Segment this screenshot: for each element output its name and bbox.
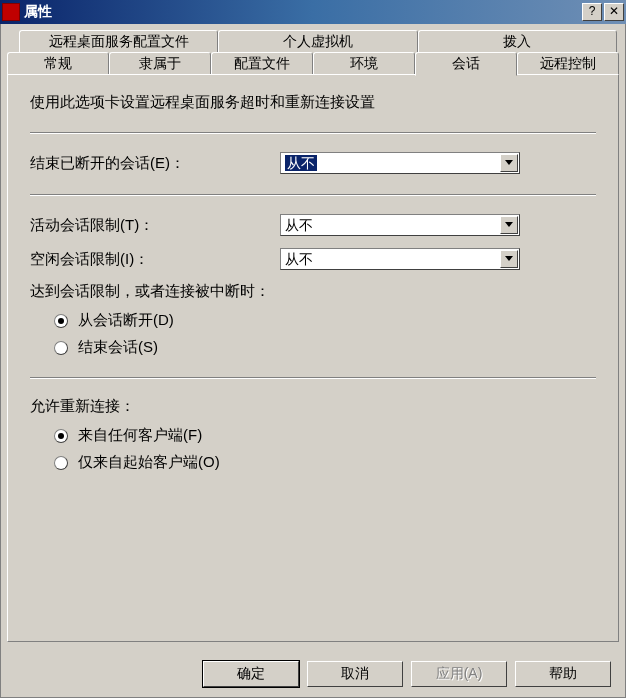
titlebar: 属性 ? ✕ [0, 0, 626, 24]
radio-any-client-label: 来自任何客户端(F) [78, 426, 202, 445]
radio-orig-client-label: 仅来自起始客户端(O) [78, 453, 220, 472]
tab-dial-in[interactable]: 拨入 [418, 30, 617, 53]
radio-disconnect-label: 从会话断开(D) [78, 311, 174, 330]
active-limit-dropdown[interactable]: 从不 [280, 214, 520, 236]
active-limit-label: 活动会话限制(T)： [30, 216, 280, 235]
tab-member-of[interactable]: 隶属于 [109, 52, 211, 75]
radio-disconnect[interactable] [54, 314, 68, 328]
dropdown-value: 从不 [285, 155, 317, 171]
close-button[interactable]: ✕ [604, 3, 624, 21]
tab-personal-vm[interactable]: 个人虚拟机 [218, 30, 417, 53]
svg-marker-0 [505, 160, 513, 165]
tab-profile[interactable]: 配置文件 [211, 52, 313, 75]
end-disconnected-dropdown[interactable]: 从不 [280, 152, 520, 174]
reconnect-label: 允许重新连接： [30, 397, 596, 416]
tab-remote-control[interactable]: 远程控制 [517, 52, 619, 75]
window-icon [2, 3, 20, 21]
help-button[interactable]: ? [582, 3, 602, 21]
separator [30, 132, 596, 134]
cancel-button[interactable]: 取消 [307, 661, 403, 687]
tab-environment[interactable]: 环境 [313, 52, 415, 75]
tab-general[interactable]: 常规 [7, 52, 109, 75]
svg-marker-1 [505, 222, 513, 227]
window-title: 属性 [24, 3, 582, 21]
dialog-buttons: 确定 取消 应用(A) 帮助 [7, 661, 619, 687]
dialog-body: 远程桌面服务配置文件 个人虚拟机 拨入 常规 隶属于 配置文件 环境 会话 远程… [0, 24, 626, 698]
radio-orig-client[interactable] [54, 456, 68, 470]
tab-sessions[interactable]: 会话 [415, 52, 517, 76]
ok-button[interactable]: 确定 [203, 661, 299, 687]
panel-description: 使用此选项卡设置远程桌面服务超时和重新连接设置 [30, 93, 596, 112]
sessions-panel: 使用此选项卡设置远程桌面服务超时和重新连接设置 结束已断开的会话(E)： 从不 … [7, 74, 619, 642]
chevron-down-icon [500, 154, 518, 172]
idle-limit-dropdown[interactable]: 从不 [280, 248, 520, 270]
dropdown-value: 从不 [285, 217, 313, 233]
radio-end-session-label: 结束会话(S) [78, 338, 158, 357]
chevron-down-icon [500, 250, 518, 268]
svg-marker-2 [505, 256, 513, 261]
tab-rds-profile[interactable]: 远程桌面服务配置文件 [19, 30, 218, 53]
tabstrip: 远程桌面服务配置文件 个人虚拟机 拨入 常规 隶属于 配置文件 环境 会话 远程… [7, 30, 619, 75]
radio-any-client[interactable] [54, 429, 68, 443]
idle-limit-label: 空闲会话限制(I)： [30, 250, 280, 269]
help-button[interactable]: 帮助 [515, 661, 611, 687]
dropdown-value: 从不 [285, 251, 313, 267]
separator [30, 377, 596, 379]
apply-button[interactable]: 应用(A) [411, 661, 507, 687]
end-disconnected-label: 结束已断开的会话(E)： [30, 154, 280, 173]
limit-reached-label: 达到会话限制，或者连接被中断时： [30, 282, 596, 301]
chevron-down-icon [500, 216, 518, 234]
radio-end-session[interactable] [54, 341, 68, 355]
separator [30, 194, 596, 196]
